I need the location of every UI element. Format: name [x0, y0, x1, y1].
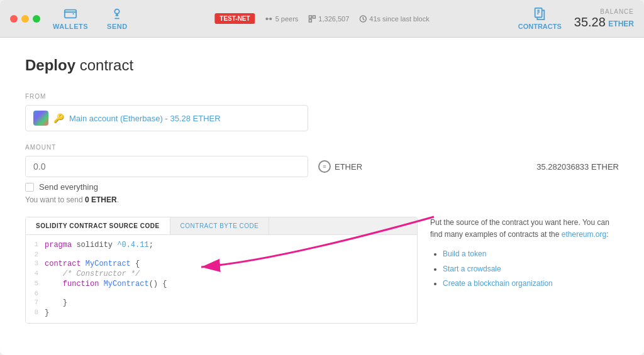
blocks-icon: [308, 15, 316, 23]
code-line-4: 4 /* Constructor */: [26, 269, 417, 279]
page-title-rest: contract: [75, 57, 133, 74]
balance-amount-row: 35.28 ETHER: [574, 15, 634, 30]
block-count: 1,326,507: [318, 15, 349, 23]
testnet-badge: TEST-NET: [214, 13, 255, 24]
close-button[interactable]: [10, 15, 18, 23]
last-block-text: 41s since last block: [369, 15, 429, 23]
ether-icon: ≡: [318, 160, 331, 173]
help-list-item-2: Start a crowdsale: [443, 263, 619, 275]
amount-input[interactable]: [25, 156, 308, 177]
key-icon: 🔑: [53, 113, 64, 123]
page-title: Deploy contract: [25, 57, 619, 74]
from-section: FROM 🔑 Main account (Etherbase) - 35.28 …: [25, 93, 619, 131]
balance-section: BALANCE 35.28 ETHER: [574, 8, 634, 30]
help-list-item-1: Build a token: [443, 248, 619, 260]
blocks-stat: 1,326,507: [308, 15, 349, 23]
wallets-label: WALLETS: [53, 23, 88, 30]
network-info: TEST-NET 5 peers 1,326,507: [214, 13, 429, 24]
amount-section: AMOUNT ≡ ETHER 35.282036833 ETHER Send e…: [25, 144, 619, 204]
code-line-5: 5 function MyContract() {: [26, 279, 417, 289]
send-everything-checkbox[interactable]: [25, 183, 34, 192]
you-want-suffix: .: [117, 195, 119, 204]
help-description: Put the source of the contract you want …: [430, 217, 619, 241]
svg-rect-0: [65, 10, 76, 18]
amount-row: ≡ ETHER 35.282036833 ETHER: [25, 156, 619, 177]
svg-point-2: [266, 18, 269, 20]
send-label: SEND: [107, 23, 128, 30]
from-label: FROM: [25, 93, 619, 100]
nav-wallets[interactable]: WALLETS: [53, 7, 88, 30]
svg-rect-7: [309, 19, 311, 22]
available-balance: 35.282036833 ETHER: [536, 162, 619, 172]
peers-stat: 5 peers: [265, 15, 299, 23]
amount-label: AMOUNT: [25, 144, 619, 151]
right-section: CONTRACTS BALANCE 35.28 ETHER: [518, 7, 634, 30]
balance-amount: 35.28: [574, 15, 606, 29]
balance-label: BALANCE: [574, 8, 634, 15]
you-want-prefix: You want to send: [25, 195, 85, 204]
ether-label: ETHER: [335, 162, 362, 172]
peers-count: 5 peers: [275, 15, 299, 23]
svg-rect-5: [309, 16, 311, 18]
tab-byte-code[interactable]: CONTRACT BYTE CODE: [170, 217, 270, 234]
page-title-bold: Deploy: [25, 57, 75, 74]
contracts-label: CONTRACTS: [518, 23, 562, 30]
code-line-6: 6: [26, 289, 417, 298]
ethereum-org-link[interactable]: ethereum.org: [562, 230, 606, 239]
help-list: Build a token Start a crowdsale Create a…: [430, 248, 619, 290]
nav-send[interactable]: SEND: [107, 7, 128, 30]
code-line-1: 1 pragma solidity ^0.4.11;: [26, 240, 417, 250]
nav-items: WALLETS SEND: [53, 7, 128, 30]
clock-icon: [359, 15, 367, 23]
you-want-text: You want to send 0 ETHER.: [25, 195, 619, 204]
send-everything-row: Send everything: [25, 182, 619, 192]
tab-source-code[interactable]: SOLIDITY CONTRACT SOURCE CODE: [26, 217, 170, 234]
peers-icon: [265, 15, 273, 23]
account-avatar: [33, 111, 48, 126]
code-panel: SOLIDITY CONTRACT SOURCE CODE CONTRACT B…: [25, 217, 418, 324]
bottom-section: SOLIDITY CONTRACT SOURCE CODE CONTRACT B…: [25, 217, 619, 324]
send-everything-label: Send everything: [39, 182, 98, 192]
help-panel: Put the source of the contract you want …: [430, 217, 619, 324]
code-line-8: 8 }: [26, 308, 417, 318]
code-editor[interactable]: 1 pragma solidity ^0.4.11; 2 3 contract …: [26, 235, 417, 323]
you-want-amount: 0 ETHER: [85, 195, 117, 204]
traffic-lights: [10, 15, 40, 23]
app-window: WALLETS SEND TEST-NET 5 pe: [0, 0, 644, 355]
svg-point-3: [270, 18, 272, 20]
code-line-3: 3 contract MyContract {: [26, 259, 417, 269]
ether-selector[interactable]: ≡ ETHER: [318, 160, 362, 173]
account-selector[interactable]: 🔑 Main account (Etherbase) - 35.28 ETHER: [25, 105, 308, 131]
last-block-stat: 41s since last block: [359, 15, 429, 23]
svg-rect-6: [313, 16, 315, 18]
maximize-button[interactable]: [33, 15, 40, 23]
help-list-item-3: Create a blockchain organization: [443, 278, 619, 290]
minimize-button[interactable]: [21, 15, 29, 23]
titlebar: WALLETS SEND TEST-NET 5 pe: [0, 0, 644, 38]
code-line-2: 2: [26, 250, 417, 259]
code-line-7: 7 }: [26, 298, 417, 308]
contracts-icon: [533, 7, 547, 21]
code-tab-bar: SOLIDITY CONTRACT SOURCE CODE CONTRACT B…: [26, 217, 417, 235]
nav-contracts[interactable]: CONTRACTS: [518, 7, 562, 30]
wallets-icon: [64, 7, 77, 21]
account-text: Main account (Etherbase) - 35.28 ETHER: [69, 114, 221, 123]
balance-currency: ETHER: [608, 19, 634, 28]
send-icon: [110, 7, 124, 21]
main-content: Deploy contract FROM 🔑 Main account (Eth…: [0, 38, 644, 355]
